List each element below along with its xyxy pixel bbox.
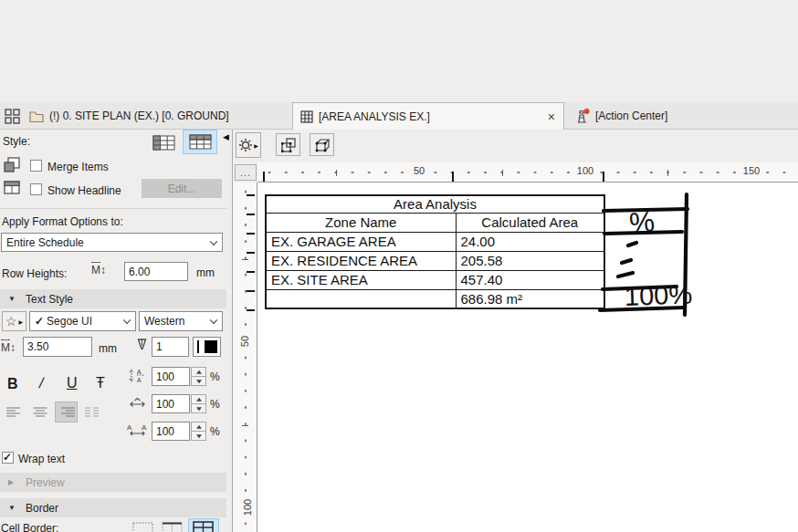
align-left-icon: [6, 406, 23, 418]
marquee-selection-button[interactable]: [276, 133, 300, 156]
underline-button[interactable]: U: [67, 375, 78, 391]
favorites-star-button[interactable]: ☆ ▶: [2, 311, 26, 331]
section-title: Border: [26, 502, 58, 515]
cube-selection-button[interactable]: [310, 133, 334, 156]
zone-cell[interactable]: EX. SITE AREA: [266, 270, 456, 289]
wrap-text-checkbox[interactable]: [2, 452, 14, 464]
action-center-icon: [573, 109, 590, 124]
apply-format-value: Entire Schedule: [6, 236, 84, 249]
column-header-zone[interactable]: Zone Name: [266, 213, 456, 232]
cell-border-all-button[interactable]: [188, 518, 219, 532]
tracking-icon: AA: [126, 422, 149, 436]
zone-cell[interactable]: EX. RESIDENCE AREA: [266, 251, 456, 270]
gear-icon: [238, 138, 253, 152]
table-row: EX. GARAGE AREA 24.00: [266, 232, 604, 251]
headline-icon: [4, 181, 20, 195]
tab-action-center[interactable]: [Action Center]: [566, 102, 798, 130]
ruler-options-button[interactable]: ...: [235, 164, 257, 181]
pen-color-swatch[interactable]: [193, 337, 221, 357]
wrap-text-label: Wrap text: [18, 453, 65, 465]
align-center-button[interactable]: [29, 402, 51, 422]
align-right-button[interactable]: [55, 402, 78, 422]
bold-button[interactable]: B: [7, 376, 18, 392]
apply-format-label: Apply Format Options to:: [2, 215, 123, 228]
chevron-down-icon: [210, 317, 217, 324]
row-height-input[interactable]: [124, 262, 188, 281]
marquee-selection-icon: [280, 137, 297, 153]
align-left-button[interactable]: [4, 402, 26, 422]
tab-area-analysis[interactable]: [AREA ANALYSIS EX.] ×: [292, 102, 564, 130]
total-area-cell[interactable]: 686.98 m²: [456, 289, 604, 308]
tracking-input[interactable]: [152, 422, 190, 441]
apply-format-select[interactable]: Entire Schedule: [1, 233, 223, 252]
italic-button[interactable]: /: [37, 375, 45, 391]
cell-border-none-button[interactable]: [131, 520, 155, 532]
row-heights-label: Row Heights:: [2, 267, 67, 280]
tracking-stepper[interactable]: [191, 422, 206, 441]
section-title: Text Style: [26, 293, 73, 306]
text-height-icon: M↕: [1, 341, 16, 354]
char-width-input[interactable]: [152, 394, 190, 413]
line-spacing-stepper[interactable]: [191, 367, 206, 386]
merge-cells-icon: [4, 157, 20, 173]
font-family-value: Segoe UI: [47, 315, 92, 328]
font-applied-check-icon: ✓: [35, 315, 44, 328]
style-first-column-button[interactable]: [149, 130, 178, 154]
section-preview[interactable]: ▶ Preview: [0, 473, 226, 492]
chevron-down-icon: [210, 237, 217, 245]
table-row: EX. RESIDENCE AREA 205.58: [266, 251, 604, 270]
ruler-label: 50: [239, 334, 250, 349]
area-analysis-table: Area Analysis Zone Name Calculated Area …: [265, 194, 605, 309]
annotation-percent-header: %: [628, 205, 656, 239]
pen-number-input[interactable]: [152, 337, 189, 357]
annotation-dash: [622, 260, 631, 263]
font-size-input[interactable]: [23, 337, 92, 357]
show-headline-label: Show Headline: [47, 184, 121, 197]
flyout-arrow-icon: ▶: [254, 142, 258, 149]
line-spacing-input[interactable]: [152, 367, 190, 386]
section-collapsed-icon: ▶: [8, 478, 17, 486]
settings-button[interactable]: ▶: [236, 132, 261, 158]
tab-overview-icon[interactable]: [5, 109, 20, 124]
style-label: Style:: [3, 135, 30, 148]
column-header-area[interactable]: Calculated Area: [456, 213, 604, 232]
style-header-row-icon: [189, 134, 212, 150]
zone-cell-empty[interactable]: [266, 289, 456, 308]
ruler-label: 50: [410, 165, 428, 176]
font-script-select[interactable]: Western: [139, 311, 223, 331]
cell-border-top-button[interactable]: [160, 520, 184, 532]
collapse-panel-arrow[interactable]: ◀: [223, 132, 229, 141]
area-cell[interactable]: 457.40: [456, 270, 604, 289]
char-width-stepper[interactable]: [191, 394, 206, 413]
font-family-select[interactable]: ✓ Segoe UI: [29, 311, 136, 331]
section-text-style[interactable]: ▼ Text Style: [0, 289, 226, 308]
strikethrough-button[interactable]: Ŧ: [96, 375, 105, 391]
panel-edge-divider: [232, 130, 233, 532]
show-headline-checkbox[interactable]: [30, 183, 42, 195]
edit-headline-button[interactable]: Edit...: [142, 179, 222, 198]
table-row: EX. SITE AREA 457.40: [266, 270, 604, 289]
tab-site-plan[interactable]: (!) 0. SITE PLAN (EX.) [0. GROUND]: [22, 102, 287, 130]
align-justify-button[interactable]: [81, 402, 103, 422]
row-height-icon: M↕: [91, 264, 106, 276]
close-tab-icon[interactable]: ×: [548, 110, 555, 124]
section-border[interactable]: ▼ Border: [0, 498, 226, 517]
svg-text:A: A: [137, 369, 142, 375]
area-cell[interactable]: 205.58: [456, 251, 604, 270]
zone-cell[interactable]: EX. GARAGE AREA: [266, 232, 456, 251]
align-center-icon: [32, 406, 48, 418]
section-expanded-icon: ▼: [8, 295, 17, 303]
style-header-row-button[interactable]: [183, 130, 217, 154]
table-row: 686.98 m²: [266, 289, 604, 308]
cube-selection-icon: [314, 137, 331, 153]
percent-label: %: [210, 425, 220, 438]
folder-icon: [29, 110, 44, 122]
table-title-cell[interactable]: Area Analysis: [266, 195, 604, 213]
schedule-canvas[interactable]: Area Analysis Zone Name Calculated Area …: [257, 183, 798, 532]
merge-items-checkbox[interactable]: [30, 160, 42, 172]
cell-border-top-icon: [162, 522, 184, 532]
svg-text:A: A: [127, 423, 132, 432]
area-cell[interactable]: 24.00: [456, 232, 604, 251]
svg-text:A: A: [142, 423, 147, 432]
vertical-ruler: 50 100: [234, 183, 257, 532]
